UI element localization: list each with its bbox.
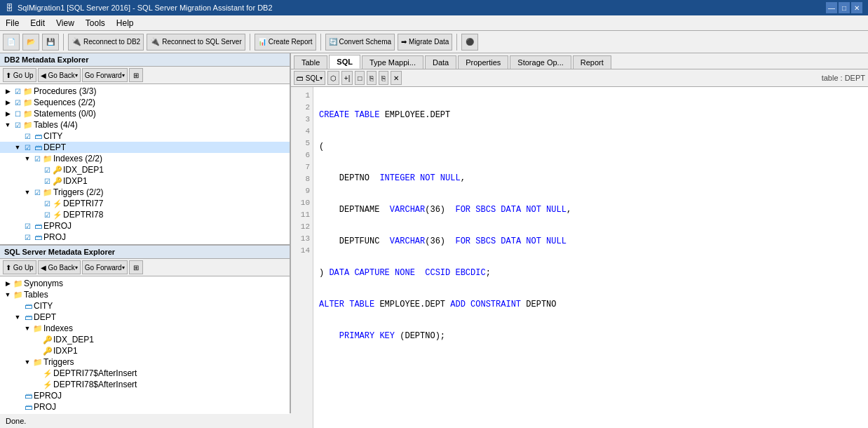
checkbox-icon[interactable]: ☑: [42, 176, 52, 186]
extra-button[interactable]: ⚫: [461, 34, 478, 51]
list-item[interactable]: ☑ 🔑 IDXP1: [0, 175, 290, 187]
sql-copy1-button[interactable]: ⎘: [367, 71, 377, 85]
list-item[interactable]: 🗃 PROJ: [0, 401, 290, 413]
list-item[interactable]: 🗃 CITY: [0, 300, 290, 312]
list-item[interactable]: ▼ 📁 Tables: [0, 289, 290, 300]
tab-storage-options[interactable]: Storage Op...: [510, 55, 571, 69]
tree-expand-icon[interactable]: [32, 335, 42, 345]
sql-parse-button[interactable]: ⬡: [327, 71, 339, 85]
tree-expand-icon[interactable]: ▼: [3, 290, 13, 300]
tab-report[interactable]: Report: [573, 55, 611, 69]
checkbox-icon[interactable]: ☑: [13, 120, 22, 130]
minimize-button[interactable]: —: [826, 2, 837, 13]
list-item[interactable]: ▶ ☐ 📁 Statements (0/0): [0, 108, 290, 119]
checkbox-icon[interactable]: ☑: [42, 199, 52, 208]
convert-schema-button[interactable]: 🔄 Convert Schema: [325, 34, 395, 51]
open-button[interactable]: 📂: [22, 34, 39, 51]
migrate-data-button[interactable]: ➡ Migrate Data: [398, 34, 452, 51]
tab-properties[interactable]: Properties: [458, 55, 508, 69]
sql-go-forward-button[interactable]: Go Forward ▾: [82, 260, 128, 274]
checkbox-icon[interactable]: ☑: [22, 131, 32, 141]
reconnect-sql-button[interactable]: 🔌 Reconnect to SQL Server: [147, 34, 245, 51]
sql-go-back-button[interactable]: ◀ Go Back ▾: [38, 260, 81, 274]
tree-expand-icon[interactable]: ▼: [13, 142, 22, 152]
checkbox-icon[interactable]: ☑: [13, 86, 22, 96]
tree-expand-icon[interactable]: ▼: [22, 323, 32, 333]
tree-expand-icon[interactable]: [32, 165, 42, 175]
checkbox-icon[interactable]: ☑: [42, 165, 52, 175]
sql-add-line-button[interactable]: +|: [341, 71, 353, 85]
list-item[interactable]: 🗃 EPROJ: [0, 390, 290, 401]
list-item[interactable]: ▶ 📁 Synonyms: [0, 278, 290, 289]
list-item[interactable]: ☑ ⚡ DEPTRI77: [0, 198, 290, 209]
close-button[interactable]: ✕: [851, 2, 862, 13]
sql-tree[interactable]: ▶ 📁 Synonyms ▼ 📁 Tables 🗃 CITY: [0, 276, 290, 414]
maximize-button[interactable]: □: [839, 2, 850, 13]
list-item[interactable]: ▼ 🗃 DEPT: [0, 312, 290, 323]
tree-expand-icon[interactable]: [13, 131, 22, 141]
tab-sql[interactable]: SQL: [329, 55, 360, 69]
tab-data[interactable]: Data: [425, 55, 456, 69]
top-code-content[interactable]: CREATE TABLE EMPLOYEE.DEPT ( DEPTNO INTE…: [313, 87, 868, 428]
menu-tools[interactable]: Tools: [80, 17, 111, 29]
top-code-area[interactable]: 123456 789101112 1314 CREATE TABLE EMPLO…: [291, 87, 868, 428]
list-item[interactable]: ☑ 🗃 EPROJ: [0, 220, 290, 232]
sql-refresh-button[interactable]: ⊞: [129, 260, 143, 274]
tree-expand-icon[interactable]: [13, 402, 22, 412]
tree-expand-icon[interactable]: [32, 380, 42, 389]
tree-expand-icon[interactable]: [32, 176, 42, 186]
sql-format-button[interactable]: □: [355, 71, 365, 85]
checkbox-icon[interactable]: ☑: [42, 210, 52, 220]
checkbox-icon[interactable]: ☑: [13, 98, 22, 107]
checkbox-icon[interactable]: ☐: [13, 109, 22, 119]
list-item[interactable]: ▶ ☑ 📁 Procedures (3/3): [0, 86, 290, 97]
menu-file[interactable]: File: [0, 17, 25, 29]
tree-expand-icon[interactable]: [32, 368, 42, 378]
list-item[interactable]: ☑ 🗃 CITY: [0, 131, 290, 142]
sql-dropdown-button[interactable]: 🗃 SQL ▾: [294, 71, 325, 85]
sql-go-up-button[interactable]: ⬆ Go Up: [3, 260, 36, 274]
new-button[interactable]: 📄: [3, 34, 20, 51]
tab-table[interactable]: Table: [294, 55, 327, 69]
db2-tree[interactable]: ▶ ☑ 📁 Procedures (3/3) ▶ ☑ 📁 Sequences (…: [0, 84, 290, 244]
reconnect-db2-button[interactable]: 🔌 Reconnect to DB2: [68, 34, 144, 51]
db2-go-up-button[interactable]: ⬆ Go Up: [3, 68, 36, 82]
menu-edit[interactable]: Edit: [25, 17, 50, 29]
menu-help[interactable]: Help: [111, 17, 140, 29]
list-item[interactable]: ▼ 📁 Indexes: [0, 323, 290, 334]
tree-expand-icon[interactable]: [13, 301, 22, 311]
list-item[interactable]: ▼ ☑ 📁 Triggers (2/2): [0, 187, 290, 198]
list-item[interactable]: 🔑 IDXP1: [0, 345, 290, 356]
checkbox-icon[interactable]: ☑: [22, 232, 32, 242]
tree-expand-icon[interactable]: ▶: [3, 86, 13, 96]
sql-close-button[interactable]: ✕: [391, 71, 402, 85]
list-item[interactable]: ▼ ☑ 📁 Indexes (2/2): [0, 153, 290, 164]
tree-expand-icon[interactable]: [32, 346, 42, 356]
checkbox-icon[interactable]: ☑: [32, 187, 42, 197]
list-item[interactable]: ☑ 🔑 IDX_DEP1: [0, 164, 290, 175]
tree-expand-icon[interactable]: [13, 391, 22, 401]
tree-expand-icon[interactable]: [13, 221, 22, 231]
checkbox-icon[interactable]: ☑: [22, 142, 32, 152]
save-button[interactable]: 💾: [42, 34, 59, 51]
checkbox-icon[interactable]: ☑: [32, 154, 42, 163]
tree-expand-icon[interactable]: ▼: [13, 312, 22, 322]
list-item[interactable]: 🔑 IDX_DEP1: [0, 334, 290, 345]
list-item[interactable]: ☑ ⚡ DEPTRI78: [0, 209, 290, 220]
list-item[interactable]: ⚡ DEPTRI77$AfterInsert: [0, 368, 290, 379]
db2-go-back-button[interactable]: ◀ Go Back ▾: [38, 68, 81, 82]
list-item[interactable]: ☑ 🗃 PROJ: [0, 232, 290, 243]
tree-expand-icon[interactable]: [32, 210, 42, 220]
list-item[interactable]: ⚡ DEPTRI78$AfterInsert: [0, 379, 290, 390]
checkbox-icon[interactable]: ☑: [22, 221, 32, 231]
tree-expand-icon[interactable]: [32, 199, 42, 208]
sql-copy2-button[interactable]: ⎘: [379, 71, 388, 85]
menu-view[interactable]: View: [50, 17, 80, 29]
tree-expand-icon[interactable]: ▶: [3, 98, 13, 107]
tab-type-mapping[interactable]: Type Mappi...: [362, 55, 423, 69]
tree-expand-icon[interactable]: ▼: [22, 357, 32, 367]
tree-expand-icon[interactable]: ▼: [3, 120, 13, 130]
list-item[interactable]: ▶ ☑ 📁 Sequences (2/2): [0, 97, 290, 108]
tree-expand-icon[interactable]: ▶: [3, 109, 13, 119]
list-item[interactable]: ▼ 📁 Triggers: [0, 356, 290, 368]
